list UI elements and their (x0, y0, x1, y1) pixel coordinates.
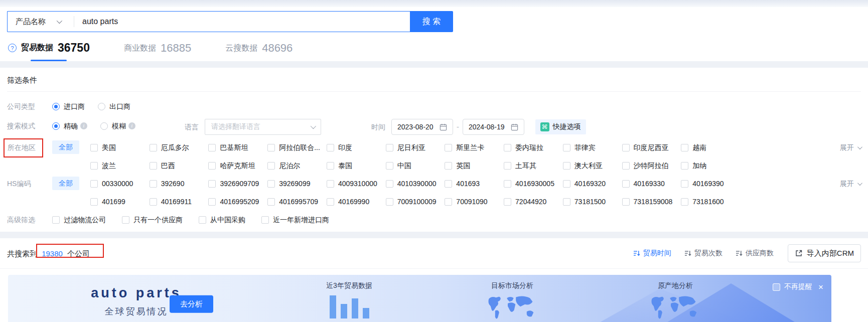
checkbox-item[interactable]: 从中国采购 (199, 214, 245, 225)
radio-fuzzy[interactable]: 模糊 i (100, 119, 135, 133)
checkbox-item[interactable]: 巴西 (150, 160, 209, 171)
radio-exact[interactable]: 精确 i (52, 119, 87, 133)
checkbox-item[interactable]: 39269099 (267, 178, 327, 189)
sort-supplier-count[interactable]: 供应商数 (736, 249, 774, 258)
tab-trade-data[interactable]: ? 贸易数据 36750 (7, 40, 91, 61)
checkbox[interactable] (150, 180, 157, 188)
checkbox-item[interactable]: 只有一个供应商 (122, 214, 183, 225)
checkbox-item[interactable]: 过滤物流公司 (52, 214, 106, 225)
checkbox-item[interactable]: 菲律宾 (563, 142, 622, 153)
close-icon[interactable]: × (818, 283, 823, 291)
checkbox[interactable] (386, 162, 393, 170)
region-all-chip[interactable]: 全部 (52, 140, 79, 154)
checkbox-item[interactable]: 斯里兰卡 (445, 142, 504, 153)
checkbox-item[interactable]: 70091090 (445, 196, 504, 207)
checkbox[interactable] (681, 144, 688, 151)
checkbox-item[interactable]: 美国 (90, 142, 150, 153)
checkbox[interactable] (90, 198, 98, 206)
checkbox[interactable] (208, 180, 216, 188)
checkbox-item[interactable]: 40169330 (622, 178, 681, 189)
sort-trade-time[interactable]: 贸易时间 (633, 249, 671, 258)
checkbox[interactable] (208, 198, 216, 206)
checkbox[interactable] (327, 198, 334, 206)
search-input[interactable] (74, 17, 410, 26)
checkbox-item[interactable]: 沙特阿拉伯 (622, 160, 681, 171)
tab-cloud-search-data[interactable]: 云搜数据 48696 (224, 41, 294, 61)
region-expand-button[interactable]: 展开 (840, 140, 861, 154)
checkbox-item[interactable]: 厄瓜多尔 (150, 142, 209, 153)
checkbox[interactable] (150, 162, 157, 170)
checkbox[interactable] (261, 216, 269, 224)
checkbox-item[interactable]: 4016995209 (208, 196, 267, 207)
checkbox-item[interactable]: 4010390000 (386, 178, 445, 189)
checkbox[interactable] (563, 180, 570, 188)
checkbox-item[interactable]: 委内瑞拉 (504, 142, 563, 153)
checkbox-item[interactable]: 尼泊尔 (267, 160, 327, 171)
checkbox[interactable] (622, 144, 630, 151)
question-icon[interactable]: ? (8, 44, 17, 52)
radio-unselected-icon[interactable] (100, 122, 108, 130)
checkbox-item[interactable]: 尼日利亚 (386, 142, 445, 153)
checkbox[interactable] (681, 162, 688, 170)
checkbox[interactable] (90, 162, 98, 170)
checkbox[interactable] (504, 144, 511, 151)
checkbox[interactable] (622, 198, 630, 206)
checkbox[interactable] (208, 162, 216, 170)
radio-exporter[interactable]: 出口商 (98, 99, 130, 113)
hs-expand-button[interactable]: 展开 (840, 177, 861, 191)
checkbox-item[interactable]: 印度 (327, 142, 386, 153)
checkbox[interactable] (327, 162, 334, 170)
radio-selected-icon[interactable] (52, 103, 60, 110)
checkbox[interactable] (504, 180, 511, 188)
checkbox-item[interactable]: 401693 (445, 178, 504, 189)
checkbox[interactable] (445, 198, 452, 206)
checkbox[interactable] (327, 180, 334, 188)
checkbox-item[interactable]: 3926909709 (208, 178, 267, 189)
quick-options-button[interactable]: ⌘ 快捷选项 (535, 119, 586, 134)
search-button[interactable]: 搜 索 (410, 11, 453, 32)
checkbox-item[interactable]: 4009310000 (327, 178, 386, 189)
checkbox[interactable] (445, 144, 452, 151)
checkbox-item[interactable]: 4016930005 (504, 178, 563, 189)
radio-selected-icon[interactable] (52, 122, 60, 130)
checkbox-item[interactable]: 哈萨克斯坦 (208, 160, 267, 171)
checkbox[interactable] (267, 162, 275, 170)
language-select[interactable]: 请选择翻译语言 (205, 119, 321, 135)
checkbox-item[interactable]: 近一年新增进口商 (261, 214, 329, 225)
checkbox-item[interactable]: 40169911 (150, 196, 209, 207)
checkbox[interactable] (445, 180, 452, 188)
checkbox-item[interactable]: 阿拉伯联合... (267, 142, 327, 153)
checkbox[interactable] (122, 216, 129, 224)
checkbox-item[interactable]: 澳大利亚 (563, 160, 622, 171)
checkbox[interactable] (90, 144, 98, 151)
checkbox-item[interactable]: 英国 (445, 160, 504, 171)
checkbox-item[interactable]: 越南 (681, 142, 740, 153)
checkbox-item[interactable]: 40169390 (681, 178, 740, 189)
date-start-input[interactable]: 2023-08-20 (391, 119, 453, 135)
search-category-select[interactable]: 产品名称 (8, 17, 74, 27)
checkbox-item[interactable]: 中国 (386, 160, 445, 171)
checkbox-item[interactable]: 土耳其 (504, 160, 563, 171)
checkbox-item[interactable]: 4016995709 (267, 196, 327, 207)
checkbox-item[interactable]: 巴基斯坦 (208, 142, 267, 153)
checkbox-item[interactable]: 波兰 (90, 160, 150, 171)
checkbox[interactable] (90, 180, 98, 188)
dont-remind-checkbox[interactable] (773, 283, 780, 291)
checkbox[interactable] (386, 180, 393, 188)
checkbox-item[interactable]: 72044920 (504, 196, 563, 207)
checkbox[interactable] (622, 180, 630, 188)
checkbox[interactable] (504, 198, 511, 206)
checkbox[interactable] (563, 162, 570, 170)
checkbox[interactable] (445, 162, 452, 170)
checkbox[interactable] (267, 198, 275, 206)
checkbox[interactable] (563, 198, 570, 206)
radio-importer[interactable]: 进口商 (52, 99, 85, 113)
checkbox[interactable] (150, 144, 157, 151)
analyze-button[interactable]: 去分析 (170, 295, 213, 312)
radio-unselected-icon[interactable] (98, 103, 105, 110)
checkbox-item[interactable]: 泰国 (327, 160, 386, 171)
checkbox[interactable] (622, 162, 630, 170)
checkbox[interactable] (563, 144, 570, 151)
hs-all-chip[interactable]: 全部 (52, 177, 79, 190)
checkbox[interactable] (267, 180, 275, 188)
